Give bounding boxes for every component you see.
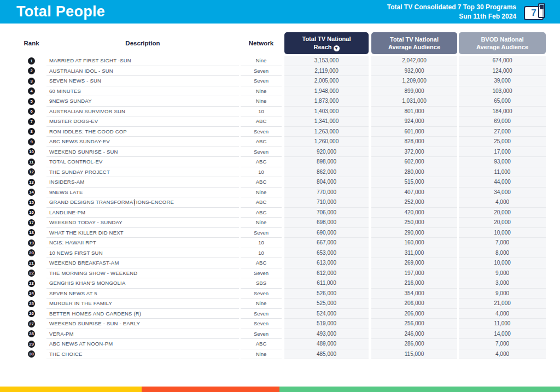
table-row: 11 TOTAL CONTROL-EV ABC 898,000 602,000 … [16, 157, 560, 167]
rank-badge: 24 [28, 290, 35, 297]
avg-audience-value: 256,000 [371, 319, 457, 329]
bvod-audience-value: 20,000 [459, 208, 546, 218]
rank-cell: 20 [16, 248, 46, 259]
program-description: WEEKEND TODAY - SUNDAY [46, 218, 239, 228]
rank-cell: 25 [16, 299, 46, 309]
col-header-total-tv-reach[interactable]: Total TV National Reach▼ [284, 32, 369, 54]
avg-audience-value: 932,000 [371, 66, 457, 77]
bvod-audience-value: 21,000 [459, 299, 546, 309]
rank-cell: 2 [16, 66, 46, 77]
table-row: 28 VERA-PM Seven 493,000 246,000 14,000 [16, 329, 560, 340]
col-header-total-tv-average[interactable]: Total TV National Average Audience [371, 32, 457, 54]
network-name: ABC [241, 258, 282, 268]
avg-audience-value: 206,000 [371, 309, 457, 319]
program-description: SEVEN NEWS AT 5 [46, 289, 239, 299]
rank-cell: 28 [16, 329, 46, 340]
rank-badge: 1 [28, 57, 35, 65]
rank-badge: 9 [28, 138, 35, 145]
reach-value: 2,119,000 [284, 66, 369, 77]
avg-audience-value: 115,000 [371, 349, 457, 360]
rank-badge: 27 [28, 320, 35, 327]
table-row: 26 BETTER HOMES AND GARDENS (R) Seven 52… [16, 309, 560, 319]
table-row: 8 RON IDDLES: THE GOOD COP Seven 1,263,0… [16, 127, 560, 137]
rank-badge: 20 [28, 249, 35, 256]
ratings-table: Rank Description Network Total TV Nation… [0, 32, 560, 359]
table-row: 24 SEVEN NEWS AT 5 Seven 526,000 354,000… [16, 289, 560, 299]
program-description: WEEKEND BREAKFAST-AM [46, 258, 239, 268]
tv-and-mobile-icon: 7 [523, 2, 552, 22]
reach-value: 667,000 [284, 238, 369, 248]
bvod-audience-value: 25,000 [459, 137, 546, 147]
avg-audience-value: 407,000 [371, 188, 457, 198]
avg-audience-value: 250,000 [371, 218, 457, 228]
program-description: 9NEWS LATE [46, 188, 239, 198]
avg-audience-value: 290,000 [371, 228, 457, 238]
rank-cell: 8 [16, 127, 46, 137]
rank-badge: 25 [28, 300, 35, 307]
avg-header-line2: Average Audience [371, 43, 457, 51]
bvod-audience-value: 14,000 [459, 329, 546, 340]
bvod-audience-value: 4,000 [459, 349, 546, 360]
rank-badge: 18 [28, 229, 35, 236]
program-description: RON IDDLES: THE GOOD COP [46, 127, 239, 137]
program-description: THE CHOICE [46, 349, 239, 360]
bvod-audience-value: 4,000 [459, 309, 546, 319]
program-description: BETTER HOMES AND GARDENS (R) [46, 309, 239, 319]
reach-value: 2,005,000 [284, 76, 369, 86]
table-row: 9 ABC NEWS SUNDAY-EV ABC 1,260,000 828,0… [16, 137, 560, 147]
program-description: ABC NEWS AT NOON-PM [46, 339, 239, 349]
rank-cell: 17 [16, 218, 46, 228]
network-name: Nine [241, 86, 282, 97]
program-description: INSIDERS-AM [46, 177, 239, 188]
rank-badge: 30 [28, 350, 35, 358]
rank-cell: 30 [16, 349, 46, 360]
rank-badge: 8 [28, 128, 35, 135]
rank-cell: 3 [16, 76, 46, 86]
program-description: 9NEWS SUNDAY [46, 96, 239, 107]
network-name: ABC [241, 116, 282, 127]
reach-value: 1,873,000 [284, 96, 369, 107]
bvod-audience-value: 124,000 [459, 66, 546, 77]
col-header-bvod-average[interactable]: BVOD National Average Audience [459, 32, 546, 54]
bvod-audience-value: 39,000 [459, 76, 546, 86]
program-description: WEEKEND SUNRISE - SUN - EARLY [46, 319, 239, 329]
rank-badge: 14 [28, 189, 35, 196]
network-name: Seven [241, 76, 282, 86]
network-name: 10 [241, 107, 282, 117]
table-row: 17 WEEKEND TODAY - SUNDAY Nine 698,000 2… [16, 218, 560, 228]
reach-value: 485,000 [284, 349, 369, 360]
channel-number: 7 [531, 8, 536, 19]
avg-audience-value: 252,000 [371, 197, 457, 208]
avg-audience-value: 420,000 [371, 208, 457, 218]
reach-value: 1,948,000 [284, 86, 369, 97]
table-row: 13 INSIDERS-AM ABC 804,000 515,000 44,00… [16, 177, 560, 188]
reach-value: 898,000 [284, 157, 369, 167]
table-row: 27 WEEKEND SUNRISE - SUN - EARLY Seven 5… [16, 319, 560, 329]
sort-descending-icon[interactable]: ▼ [334, 45, 340, 51]
table-row: 16 LANDLINE-PM ABC 706,000 420,000 20,00… [16, 208, 560, 218]
rank-cell: 14 [16, 188, 46, 198]
network-name: ABC [241, 208, 282, 218]
program-description: ABC NEWS SUNDAY-EV [46, 137, 239, 147]
table-row: 25 MURDER IN THE FAMILY Nine 525,000 206… [16, 299, 560, 309]
reach-value: 698,000 [284, 218, 369, 228]
reach-value: 519,000 [284, 319, 369, 329]
network-name: Nine [241, 188, 282, 198]
network-name: Nine [241, 218, 282, 228]
avg-audience-value: 354,000 [371, 289, 457, 299]
reach-header-line2: Reach▼ [284, 43, 369, 51]
page-title: Total People [16, 3, 105, 20]
rank-badge: 2 [28, 67, 35, 74]
footer-red-segment [142, 387, 279, 392]
network-name: SBS [241, 278, 282, 289]
header-right: Total TV Consolidated 7 Top 30 Programs … [387, 2, 552, 22]
table-row: 1 MARRIED AT FIRST SIGHT -SUN Nine 3,153… [16, 56, 560, 66]
table-row: 4 60 MINUTES Nine 1,948,000 899,000 103,… [16, 86, 560, 97]
col-header-description: Description [46, 40, 239, 46]
network-name: Seven [241, 228, 282, 238]
bvod-audience-value: 7,000 [459, 339, 546, 349]
table-row: 2 AUSTRALIAN IDOL - SUN Seven 2,119,000 … [16, 66, 560, 77]
bvod-audience-value: 34,000 [459, 188, 546, 198]
rank-badge: 16 [28, 209, 35, 216]
table-row: 18 WHAT THE KILLER DID NEXT Seven 690,00… [16, 228, 560, 238]
